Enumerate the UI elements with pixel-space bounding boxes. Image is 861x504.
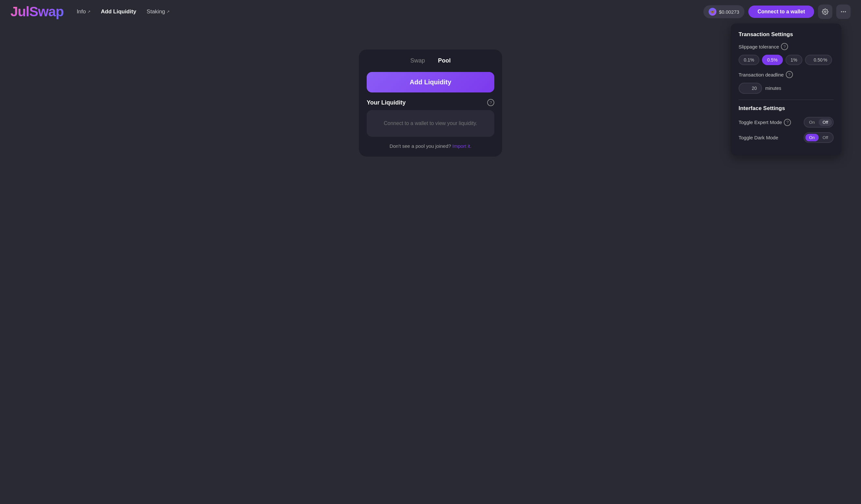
interface-settings-title: Interface Settings [739, 105, 834, 112]
connect-wallet-button[interactable]: Connect to a wallet [748, 5, 814, 18]
slippage-custom-wrap: % [805, 55, 832, 65]
expert-mode-label: Toggle Expert Mode ? [739, 119, 791, 126]
token-icon: 🦋 [709, 8, 716, 16]
slippage-label: Slippage tolerance ? [739, 43, 788, 50]
header-right: 🦋 $0.00273 Connect to a wallet [703, 4, 851, 19]
expert-mode-off[interactable]: Off [819, 119, 832, 126]
dark-mode-off[interactable]: Off [819, 134, 832, 141]
svg-point-2 [843, 11, 844, 12]
transaction-settings-title: Transaction Settings [739, 31, 834, 38]
nav-item-info[interactable]: Info ↗ [77, 9, 90, 15]
liquidity-empty-message: Connect to a wallet to view your liquidi… [372, 121, 489, 126]
deadline-label-row: Transaction deadline ? [739, 71, 834, 78]
slippage-custom-input[interactable] [809, 57, 823, 63]
logo[interactable]: JulSwap [10, 4, 64, 19]
dark-mode-row: Toggle Dark Mode On Off [739, 132, 834, 143]
gear-icon [822, 9, 829, 15]
deadline-help-icon[interactable]: ? [786, 71, 793, 78]
slippage-options: 0.1% 0.5% 1% % [739, 55, 834, 65]
slippage-help-icon[interactable]: ? [781, 43, 788, 50]
tab-pool[interactable]: Pool [438, 57, 451, 66]
slippage-tolerance-row: Slippage tolerance ? [739, 43, 834, 50]
deadline-input-wrap [739, 83, 762, 94]
settings-panel: Transaction Settings Slippage tolerance … [731, 24, 842, 155]
expert-mode-on[interactable]: On [805, 119, 819, 126]
slippage-btn-1[interactable]: 1% [785, 55, 802, 65]
your-liquidity-title: Your Liquidity [367, 99, 406, 106]
import-pool-link[interactable]: Import it. [452, 143, 471, 149]
header: JulSwap Info ↗ Add Liquidity Staking ↗ 🦋… [0, 0, 861, 24]
main-content: Swap Pool Add Liquidity Your Liquidity ?… [0, 24, 861, 156]
more-button[interactable] [836, 4, 851, 19]
deadline-row: minutes [739, 83, 834, 94]
expert-mode-toggle[interactable]: On Off [804, 117, 834, 128]
add-liquidity-button[interactable]: Add Liquidity [367, 72, 494, 93]
pool-card: Swap Pool Add Liquidity Your Liquidity ?… [359, 50, 502, 156]
tab-swap[interactable]: Swap [410, 57, 425, 66]
your-liquidity-header: Your Liquidity ? [367, 99, 494, 106]
liquidity-empty-box: Connect to a wallet to view your liquidi… [367, 110, 494, 137]
dark-mode-label: Toggle Dark Mode [739, 135, 778, 140]
slippage-btn-01[interactable]: 0.1% [739, 55, 760, 65]
card-tabs: Swap Pool [367, 57, 494, 66]
deadline-input[interactable] [744, 86, 757, 91]
slippage-percent-sign: % [823, 57, 827, 63]
token-price: $0.00273 [719, 9, 739, 15]
external-link-icon: ↗ [87, 10, 91, 14]
nav-item-add-liquidity[interactable]: Add Liquidity [101, 9, 136, 15]
svg-point-0 [824, 11, 826, 13]
deadline-label: Transaction deadline ? [739, 71, 793, 78]
dark-mode-toggle[interactable]: On Off [804, 132, 834, 143]
dark-mode-on[interactable]: On [805, 134, 819, 141]
settings-divider [739, 100, 834, 100]
nav: Info ↗ Add Liquidity Staking ↗ [77, 9, 703, 15]
expert-mode-help-icon[interactable]: ? [784, 119, 791, 126]
svg-point-1 [841, 11, 842, 12]
import-pool-text: Don't see a pool you joined? Import it. [367, 143, 494, 149]
external-link-icon-staking: ↗ [166, 10, 170, 14]
svg-point-3 [845, 11, 846, 12]
deadline-unit: minutes [765, 86, 781, 91]
settings-button[interactable] [818, 4, 832, 19]
slippage-btn-05[interactable]: 0.5% [762, 55, 783, 65]
ellipsis-icon [840, 9, 847, 15]
price-badge: 🦋 $0.00273 [703, 5, 745, 18]
expert-mode-row: Toggle Expert Mode ? On Off [739, 117, 834, 128]
your-liquidity-help-icon[interactable]: ? [487, 99, 494, 106]
nav-item-staking[interactable]: Staking ↗ [147, 9, 170, 15]
